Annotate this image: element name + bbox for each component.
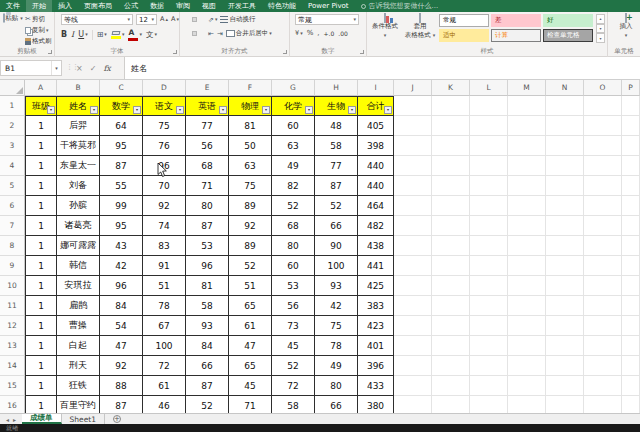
table-cell[interactable]: 49 <box>315 356 358 376</box>
empty-cell[interactable] <box>622 196 640 216</box>
empty-cell[interactable] <box>508 236 546 256</box>
table-cell[interactable]: 刘备 <box>57 176 100 196</box>
table-header-cell[interactable]: 物理▾ <box>229 96 272 116</box>
underline-button[interactable]: U ▾ <box>78 30 87 39</box>
column-header-E[interactable]: E <box>186 80 229 96</box>
row-header-4[interactable]: 4 <box>0 156 25 176</box>
empty-cell[interactable] <box>394 396 432 413</box>
empty-cell[interactable] <box>622 376 640 396</box>
table-header-cell[interactable]: 姓名▾ <box>57 96 100 116</box>
empty-cell[interactable] <box>584 196 622 216</box>
table-header-cell[interactable]: 化学▾ <box>272 96 315 116</box>
table-cell[interactable]: 狂铁 <box>57 376 100 396</box>
empty-cell[interactable] <box>546 236 584 256</box>
cell-style-计算[interactable]: 计算 <box>491 29 541 42</box>
paste-button[interactable]: 粘贴 ▾ <box>3 14 23 23</box>
table-cell[interactable]: 42 <box>315 296 358 316</box>
empty-cell[interactable] <box>394 336 432 356</box>
empty-cell[interactable] <box>584 216 622 236</box>
table-cell[interactable]: 扁鹊 <box>57 296 100 316</box>
table-cell[interactable]: 66 <box>315 396 358 413</box>
empty-cell[interactable] <box>546 196 584 216</box>
table-cell[interactable]: 93 <box>315 276 358 296</box>
table-cell[interactable]: 51 <box>229 276 272 296</box>
table-cell[interactable]: 440 <box>358 176 394 196</box>
column-header-C[interactable]: C <box>100 80 143 96</box>
wrap-text-button[interactable]: 自动换行 <box>220 15 255 24</box>
table-cell[interactable]: 82 <box>272 176 315 196</box>
table-cell[interactable]: 433 <box>358 376 394 396</box>
row-header-1[interactable]: 1 <box>0 96 25 116</box>
grow-font-button[interactable]: A ▴ <box>160 15 168 23</box>
table-cell[interactable]: 383 <box>358 296 394 316</box>
empty-cell[interactable] <box>508 96 546 116</box>
table-cell[interactable]: 60 <box>272 116 315 136</box>
empty-cell[interactable] <box>546 376 584 396</box>
table-cell[interactable]: 韩信 <box>57 256 100 276</box>
phonetic-guide-button[interactable]: 文 ▾ <box>146 30 157 40</box>
table-cell[interactable]: 68 <box>186 156 229 176</box>
table-cell[interactable]: 76 <box>143 136 186 156</box>
gallery-more-button[interactable]: ▾ <box>596 33 605 43</box>
table-cell[interactable]: 96 <box>143 156 186 176</box>
empty-cell[interactable] <box>470 256 508 276</box>
table-header-cell[interactable]: 班级▾ <box>25 96 57 116</box>
empty-cell[interactable] <box>584 156 622 176</box>
filter-dropdown-icon[interactable]: ▾ <box>384 106 392 114</box>
table-cell[interactable]: 87 <box>186 216 229 236</box>
empty-cell[interactable] <box>470 196 508 216</box>
table-cell[interactable]: 92 <box>229 216 272 236</box>
empty-cell[interactable] <box>508 156 546 176</box>
filter-dropdown-icon[interactable]: ▾ <box>305 106 313 114</box>
empty-cell[interactable] <box>432 276 470 296</box>
row-header-7[interactable]: 7 <box>0 216 25 236</box>
empty-cell[interactable] <box>622 396 640 413</box>
align-top-button[interactable] <box>184 17 189 22</box>
empty-cell[interactable] <box>546 396 584 413</box>
empty-cell[interactable] <box>546 156 584 176</box>
table-cell[interactable]: 405 <box>358 116 394 136</box>
empty-cell[interactable] <box>394 316 432 336</box>
empty-cell[interactable] <box>584 256 622 276</box>
ribbon-tab-插入[interactable]: 插入 <box>52 0 78 12</box>
table-cell[interactable]: 47 <box>229 336 272 356</box>
column-header-L[interactable]: L <box>470 80 508 96</box>
copy-button[interactable]: 复制 ▾ <box>25 26 52 35</box>
empty-cell[interactable] <box>584 336 622 356</box>
table-cell[interactable]: 96 <box>100 276 143 296</box>
table-cell[interactable]: 51 <box>143 276 186 296</box>
empty-cell[interactable] <box>394 356 432 376</box>
table-cell[interactable]: 93 <box>186 316 229 336</box>
table-cell[interactable]: 65 <box>229 356 272 376</box>
row-header-9[interactable]: 9 <box>0 256 25 276</box>
sheet-tab-Sheet1[interactable]: Sheet1 <box>62 414 105 424</box>
empty-cell[interactable] <box>546 316 584 336</box>
row-header-8[interactable]: 8 <box>0 236 25 256</box>
empty-cell[interactable] <box>622 256 640 276</box>
table-cell[interactable]: 55 <box>100 176 143 196</box>
empty-cell[interactable] <box>394 376 432 396</box>
table-cell[interactable]: 45 <box>272 336 315 356</box>
table-cell[interactable]: 72 <box>272 376 315 396</box>
table-cell[interactable]: 63 <box>229 156 272 176</box>
empty-cell[interactable] <box>546 136 584 156</box>
row-header-2[interactable]: 2 <box>0 116 25 136</box>
ribbon-tab-开始[interactable]: 开始 <box>26 0 52 12</box>
table-cell[interactable]: 398 <box>358 136 394 156</box>
sheet-tab-成绩单[interactable]: 成绩单 <box>22 414 62 424</box>
table-cell[interactable]: 66 <box>186 356 229 376</box>
table-cell[interactable]: 1 <box>25 196 57 216</box>
empty-cell[interactable] <box>508 196 546 216</box>
row-header-15[interactable]: 15 <box>0 376 25 396</box>
tell-me-search[interactable]: 告诉我您想要做什么... <box>355 0 445 12</box>
empty-cell[interactable] <box>432 156 470 176</box>
row-header-11[interactable]: 11 <box>0 296 25 316</box>
row-header-16[interactable]: 16 <box>0 396 25 413</box>
sheet-nav-prev-icon[interactable]: ◂ <box>6 416 9 423</box>
empty-cell[interactable] <box>584 96 622 116</box>
empty-cell[interactable] <box>622 236 640 256</box>
table-cell[interactable]: 1 <box>25 136 57 156</box>
number-format-select[interactable]: 常规 ▾ <box>295 14 359 25</box>
empty-cell[interactable] <box>432 196 470 216</box>
table-cell[interactable]: 43 <box>100 236 143 256</box>
